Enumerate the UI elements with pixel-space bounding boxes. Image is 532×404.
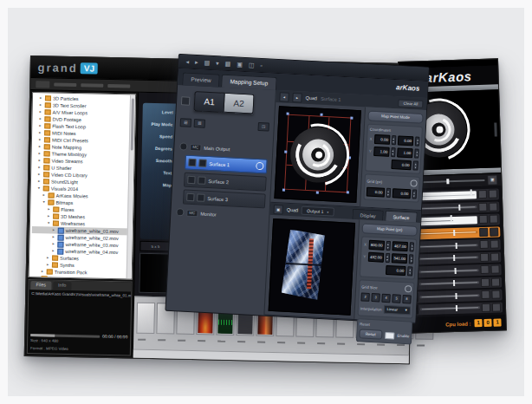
visibility-icon[interactable] bbox=[187, 176, 195, 184]
mixer-channel-row[interactable]: ▸ bbox=[409, 302, 503, 316]
tab-preview[interactable]: Preview bbox=[182, 72, 220, 87]
toolbar-icon[interactable]: ◫ bbox=[248, 58, 254, 71]
expander-icon[interactable] bbox=[39, 143, 43, 150]
expander-icon[interactable] bbox=[39, 136, 43, 143]
channel-button[interactable] bbox=[480, 253, 489, 262]
grid-size-button[interactable]: 2 bbox=[360, 292, 370, 302]
channel-button[interactable] bbox=[491, 290, 500, 299]
toolbar-button[interactable] bbox=[36, 81, 49, 88]
preview-scrollbar[interactable] bbox=[494, 122, 497, 136]
channel-fader[interactable] bbox=[419, 269, 479, 273]
expander-icon[interactable] bbox=[38, 157, 42, 164]
channel-fader[interactable] bbox=[417, 191, 477, 200]
expander-icon[interactable] bbox=[40, 101, 44, 108]
channel-fader[interactable] bbox=[418, 231, 477, 235]
spinner[interactable] bbox=[412, 189, 417, 199]
spinner[interactable] bbox=[414, 148, 419, 158]
channel-button[interactable] bbox=[481, 290, 490, 299]
expander-icon[interactable] bbox=[47, 254, 51, 261]
expander-icon[interactable] bbox=[48, 212, 52, 219]
coord-y1-field[interactable]: 1.00 bbox=[373, 147, 390, 157]
gear-icon[interactable] bbox=[405, 285, 412, 292]
mixer-channel-row[interactable]: ▸ bbox=[407, 238, 501, 252]
size-y1-field[interactable]: 432.00 bbox=[367, 252, 384, 263]
size-x2-field[interactable]: 467.00 bbox=[392, 241, 408, 251]
clear-all-button[interactable]: Clear All bbox=[398, 99, 423, 108]
channel-button[interactable] bbox=[481, 278, 490, 287]
enable-toggle[interactable] bbox=[385, 331, 395, 339]
toolbar-icon[interactable]: ▸ bbox=[195, 55, 198, 68]
channel-fader[interactable] bbox=[419, 294, 479, 298]
channel-button[interactable] bbox=[478, 190, 487, 199]
expander-icon[interactable] bbox=[47, 261, 51, 268]
toolbar-icon[interactable]: ▤ bbox=[204, 56, 210, 69]
expander-icon[interactable] bbox=[53, 227, 57, 234]
size-x1-field[interactable]: 800.00 bbox=[368, 240, 385, 251]
expander-icon[interactable] bbox=[42, 268, 46, 275]
channel-button[interactable] bbox=[490, 240, 499, 249]
expander-icon[interactable] bbox=[40, 94, 44, 101]
grid-size-button[interactable]: 5 bbox=[392, 294, 401, 303]
output-radio-icon[interactable] bbox=[176, 208, 184, 216]
visibility-icon[interactable] bbox=[188, 159, 196, 166]
expander-icon[interactable] bbox=[38, 178, 42, 185]
mixer-channel-row[interactable]: ▸ bbox=[407, 264, 501, 277]
toolbar-tab[interactable] bbox=[107, 83, 130, 88]
toolbar-tab[interactable] bbox=[54, 82, 76, 87]
mixer-channel-row[interactable]: ▸ bbox=[408, 277, 502, 290]
grid-x-field[interactable]: 0.00 bbox=[367, 187, 385, 198]
prev-surface-button[interactable]: ◂ bbox=[279, 92, 289, 102]
tab-files[interactable]: Files bbox=[30, 281, 51, 290]
expander-icon[interactable] bbox=[40, 108, 44, 115]
channel-button[interactable] bbox=[489, 202, 497, 211]
spinner[interactable] bbox=[391, 147, 396, 157]
toolbar-tab[interactable] bbox=[81, 83, 103, 88]
surface-list-row[interactable]: MC Monitor bbox=[175, 206, 265, 222]
channel-fader[interactable] bbox=[418, 216, 477, 225]
channel-fader[interactable] bbox=[418, 256, 478, 260]
screen-a2-button[interactable]: A2 bbox=[224, 93, 255, 114]
toolbar-icon[interactable]: ▣ bbox=[237, 58, 243, 71]
spinner[interactable] bbox=[392, 135, 397, 145]
spinner[interactable] bbox=[407, 266, 413, 276]
output-canvas[interactable] bbox=[269, 218, 355, 316]
channel-fader[interactable] bbox=[417, 205, 477, 210]
expander-icon[interactable] bbox=[53, 234, 57, 241]
expander-icon[interactable] bbox=[39, 115, 43, 122]
spinner[interactable] bbox=[415, 136, 420, 146]
expander-icon[interactable] bbox=[43, 192, 48, 199]
lock-icon[interactable] bbox=[198, 159, 206, 166]
surface-list-row[interactable]: Surface 2 bbox=[184, 173, 267, 192]
expander-icon[interactable] bbox=[39, 150, 43, 157]
quad-mode-button[interactable]: ▣ bbox=[273, 204, 283, 214]
channel-fader[interactable] bbox=[418, 244, 478, 248]
spinner[interactable] bbox=[386, 188, 391, 198]
toolbar-icon[interactable]: ◂ bbox=[185, 55, 189, 68]
grid-size-button[interactable]: 3 bbox=[371, 293, 380, 303]
next-surface-button[interactable]: ▸ bbox=[292, 92, 302, 102]
channel-button[interactable] bbox=[480, 265, 489, 274]
expander-icon[interactable] bbox=[39, 122, 43, 129]
channel-button[interactable] bbox=[490, 265, 499, 274]
reset-button[interactable]: Reset bbox=[359, 329, 382, 339]
mixer-channel-row[interactable]: ▸ bbox=[408, 289, 502, 303]
channel-button[interactable] bbox=[482, 303, 490, 312]
remove-surface-button[interactable]: ▥ bbox=[194, 119, 206, 128]
spinner[interactable] bbox=[386, 253, 391, 263]
toolbar-icon[interactable]: ▦ bbox=[224, 57, 230, 70]
spinner[interactable] bbox=[409, 254, 414, 264]
channel-button[interactable] bbox=[489, 190, 497, 199]
surface-list-row[interactable]: Surface 1 bbox=[185, 155, 268, 174]
coord-x2-field[interactable]: 0.00 bbox=[398, 135, 414, 146]
channel-fader[interactable] bbox=[420, 306, 480, 310]
interpolation-dropdown[interactable]: Linear ▾ bbox=[383, 305, 411, 316]
warp-canvas[interactable] bbox=[274, 106, 360, 203]
add-surface-button[interactable]: ▤ bbox=[180, 118, 192, 127]
expander-icon[interactable] bbox=[42, 199, 47, 205]
coord-y2-field[interactable]: 1.00 bbox=[397, 147, 413, 158]
point-mode-button[interactable]: Map Point Mode bbox=[367, 111, 424, 124]
output-radio-icon[interactable] bbox=[179, 142, 187, 150]
channel-button[interactable] bbox=[480, 240, 489, 249]
point-px-button[interactable]: Map Point (px) bbox=[361, 223, 418, 236]
toolbar-icon[interactable]: ▫ bbox=[260, 59, 263, 72]
